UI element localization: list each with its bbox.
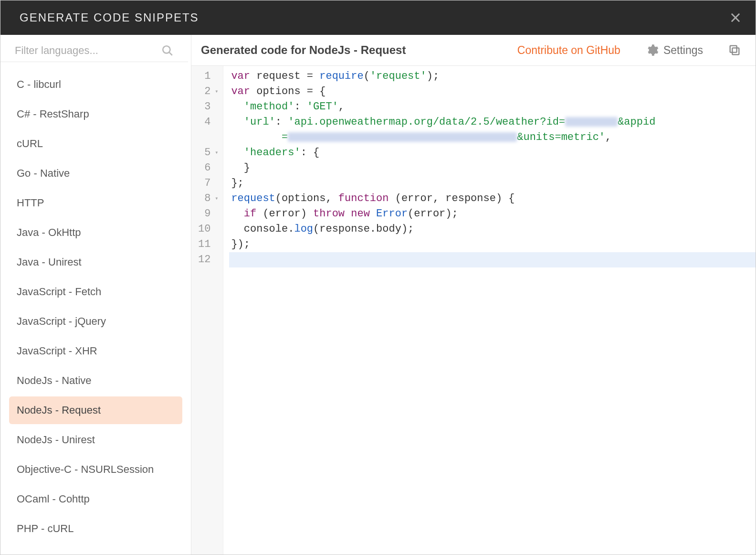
line-number: 3 — [198, 99, 221, 115]
code-line-active — [229, 252, 756, 267]
language-item[interactable]: JavaScript - jQuery — [9, 308, 182, 335]
line-number: 11 — [198, 237, 221, 252]
language-item[interactable]: Go - Native — [9, 160, 182, 187]
language-item[interactable]: Java - Unirest — [9, 248, 182, 276]
language-item[interactable]: JavaScript - XHR — [9, 337, 182, 365]
language-list[interactable]: C - libcurlC# - RestSharpcURLGo - Native… — [0, 62, 191, 555]
svg-point-0 — [163, 46, 170, 53]
settings-button[interactable]: Settings — [645, 43, 703, 57]
line-number: 6 — [198, 160, 221, 176]
gear-icon — [645, 43, 659, 57]
search-row — [0, 35, 188, 62]
content-header: Generated code for NodeJs - Request Cont… — [191, 35, 756, 66]
code-editor[interactable]: 12▾345▾678▾9101112 var request = require… — [191, 66, 756, 555]
language-item[interactable]: NodeJs - Unirest — [9, 426, 182, 454]
search-icon — [161, 44, 174, 57]
line-number: 8▾ — [198, 191, 221, 206]
language-item[interactable]: NodeJs - Request — [9, 396, 182, 424]
close-button[interactable] — [729, 11, 742, 24]
code-line: }); — [229, 237, 756, 252]
code-line: console.log(response.body); — [229, 222, 756, 237]
language-item[interactable]: PHP - cURL — [9, 515, 182, 543]
modal-title: GENERATE CODE SNIPPETS — [20, 11, 199, 24]
language-item[interactable]: cURL — [9, 130, 182, 158]
language-item[interactable]: PHP - HTTP_Request2 — [9, 544, 182, 555]
svg-rect-2 — [730, 46, 737, 53]
line-number: 7 — [198, 176, 221, 191]
language-item[interactable]: C - libcurl — [9, 71, 182, 98]
sidebar: C - libcurlC# - RestSharpcURLGo - Native… — [0, 35, 191, 555]
line-number: 1 — [198, 69, 221, 84]
code-line: request(options, function (error, respon… — [229, 191, 756, 206]
language-item[interactable]: C# - RestSharp — [9, 100, 182, 128]
redacted-segment — [565, 117, 618, 127]
language-item[interactable]: HTTP — [9, 189, 182, 217]
line-number: 12 — [198, 252, 221, 267]
code-line: } — [229, 160, 756, 176]
language-item[interactable]: JavaScript - Fetch — [9, 278, 182, 306]
code-line: 'method': 'GET', — [229, 99, 756, 115]
code-line: var options = { — [229, 84, 756, 99]
language-item[interactable]: NodeJs - Native — [9, 367, 182, 395]
content-panel: Generated code for NodeJs - Request Cont… — [191, 35, 756, 555]
line-gutter: 12▾345▾678▾9101112 — [191, 66, 223, 555]
code-line: }; — [229, 176, 756, 191]
title-bar: GENERATE CODE SNIPPETS — [0, 0, 756, 35]
code-line: if (error) throw new Error(error); — [229, 206, 756, 222]
code-line: var request = require('request'); — [229, 69, 756, 84]
code-line: 'headers': { — [229, 145, 756, 160]
main-area: C - libcurlC# - RestSharpcURLGo - Native… — [0, 35, 756, 555]
language-item[interactable]: Objective-C - NSURLSession — [9, 456, 182, 483]
copy-button[interactable] — [728, 43, 741, 57]
contribute-link[interactable]: Contribute on GitHub — [517, 44, 620, 57]
copy-icon — [728, 43, 741, 57]
line-number: 9 — [198, 206, 221, 222]
settings-label: Settings — [663, 44, 703, 57]
redacted-segment — [288, 132, 517, 142]
code-line: 'url': 'api.openweathermap.org/data/2.5/… — [229, 115, 756, 130]
line-number: 5▾ — [198, 145, 221, 160]
svg-rect-1 — [732, 48, 739, 54]
language-item[interactable]: Java - OkHttp — [9, 219, 182, 246]
code-line-continuation: =&units=metric', — [229, 130, 756, 145]
close-icon — [729, 11, 742, 24]
line-number-continuation — [198, 130, 221, 145]
code-area: var request = require('request'); var op… — [223, 66, 756, 555]
line-number: 4 — [198, 115, 221, 130]
language-item[interactable]: OCaml - Cohttp — [9, 485, 182, 513]
generated-code-title: Generated code for NodeJs - Request — [201, 43, 506, 57]
line-number: 10 — [198, 222, 221, 237]
search-input[interactable] — [15, 44, 161, 57]
line-number: 2▾ — [198, 84, 221, 99]
